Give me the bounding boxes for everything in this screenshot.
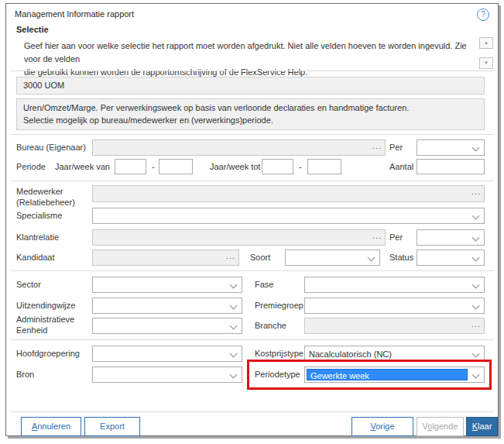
jaarweek-van-jaar-input[interactable] [115,159,146,174]
uitzendingwijze-label: Uitzendingwijze [16,301,75,310]
chevron-down-icon [230,350,238,358]
specialisme-label: Specialisme [16,211,62,220]
hoofdgroepering-select[interactable] [92,346,242,362]
soort-label: Soort [250,253,270,262]
scroll-down-icon: ▼ [484,60,489,65]
branche-label: Branche [255,321,286,330]
uitzendingwijze-select[interactable] [92,298,242,314]
chevron-down-icon [230,371,238,379]
chevron-down-icon [368,254,375,262]
separator [11,270,494,271]
klantrelatie-per-select[interactable] [417,229,485,246]
kostprijstype-select[interactable]: Nacalculatorisch (NC) [304,346,485,362]
periodetype-value-highlighted: Gewerkte week [307,369,468,380]
administratieve-eenheid-label-line2: Eenheid [16,325,47,335]
sector-label: Sector [16,280,41,289]
jaarweek-van-label: Jaar/week van [55,162,110,171]
medewerker-lookup-button[interactable]: ... [471,187,481,196]
hoofdgroepering-label: Hoofdgroepering [16,349,80,358]
volgende-button[interactable]: Volgende [417,417,464,436]
dialog-title: Management Informatie rapport [15,9,134,19]
report-code-box: 3000 UOM [16,77,485,95]
scroll-down-button[interactable]: ▼ [479,57,493,69]
intro-text: Geef hier aan voor welke selectie het ra… [24,40,475,79]
per-select[interactable] [417,139,485,156]
scroll-up-button[interactable]: ▲ [479,37,493,49]
chevron-down-icon [472,144,480,152]
status-select[interactable] [417,250,485,266]
klaar-key: K [472,422,478,431]
report-description-line-1: Uren/Omzet/Marge. Per verwerkingsweek op… [23,102,478,114]
separator [11,134,494,135]
chevron-down-icon [472,302,480,310]
bureau-label: Bureau (Eigenaar) [16,143,86,152]
klantrelatie-lookup-button[interactable]: ... [372,231,382,240]
sector-select[interactable] [92,277,242,293]
report-description-box: Uren/Omzet/Marge. Per verwerkingsweek op… [16,98,485,130]
jaarweek-tot-label: Jaar/week tot [210,162,260,171]
chevron-down-icon [230,322,238,330]
kostprijstype-label: Kostprijstype [255,349,303,358]
separator [11,339,494,340]
periodetype-select[interactable]: Gewerkte week [304,367,485,383]
separator [11,181,494,181]
status-label: Status [389,253,413,262]
range-dash: - [299,162,302,171]
chevron-down-icon [472,350,480,358]
scroll-up-icon: ▲ [484,40,489,45]
chevron-down-icon [230,302,238,310]
jaarweek-tot-jaar-input[interactable] [262,159,293,174]
specialisme-select[interactable] [92,208,485,224]
section-heading: Selectie [16,25,49,34]
administratieve-eenheid-label: Administratieve [16,315,74,324]
periodetype-label: Periodetype [255,370,300,379]
range-dash: - [152,162,155,171]
premiegroep-label: Premiegroep [255,301,303,310]
chevron-down-icon [472,281,480,289]
branche-field[interactable]: ... [304,318,485,334]
chevron-down-icon [472,212,480,220]
kostprijstype-value: Nacalculatorisch (NC) [309,349,392,359]
fase-label: Fase [255,280,273,289]
jaarweek-van-week-input[interactable] [159,159,193,174]
chevron-down-icon [472,254,480,262]
export-button[interactable]: Export [84,417,140,436]
branche-lookup-button[interactable]: ... [471,319,481,329]
medewerker-label: Medewerker [16,187,63,196]
jaarweek-tot-week-input[interactable] [307,159,341,174]
premiegroep-select[interactable] [304,298,485,314]
klantrelatie-field[interactable]: ... [92,229,386,246]
medewerker-field[interactable]: ... [92,185,485,202]
kandidaat-label: Kandidaat [16,253,55,262]
klaar-button[interactable]: Klaar [466,417,498,436]
bron-select[interactable] [92,367,242,383]
klaar-rest: laar [478,422,492,431]
help-icon[interactable]: ? [477,9,489,21]
periode-label: Periode [16,162,46,171]
chevron-down-icon [230,281,238,289]
aantal-input[interactable] [417,159,485,174]
export-label: Export [100,422,125,431]
vorige-rest: orige [375,422,394,431]
soort-select[interactable] [285,250,380,266]
klantrelatie-label: Klantrelatie [16,232,59,242]
annuleren-button[interactable]: Annuleren [21,417,81,436]
vorige-button[interactable]: Vorige [351,417,413,436]
bureau-field[interactable]: ... [92,139,386,156]
page: { "header": { "title": "Management Infor… [0,0,504,444]
intro-line-1: Geef hier aan voor welke selectie het ra… [24,40,475,66]
fase-select[interactable] [304,277,485,293]
separator [11,411,494,412]
aantal-label: Aantal [389,162,413,171]
bron-label: Bron [16,370,34,379]
volgende-rest: lgende [432,422,458,431]
administratieve-eenheid-select[interactable] [92,318,242,334]
per-label: Per [389,143,403,152]
annuleren-rest: nnuleren [37,422,70,431]
separator [11,71,494,71]
medewerker-label-line2: (Relatiebeheer) [16,198,75,207]
bureau-lookup-button[interactable]: ... [372,141,382,150]
kandidaat-field[interactable]: ... [92,250,239,266]
kandidaat-lookup-button[interactable]: ... [226,251,235,260]
chevron-down-icon [472,371,480,379]
